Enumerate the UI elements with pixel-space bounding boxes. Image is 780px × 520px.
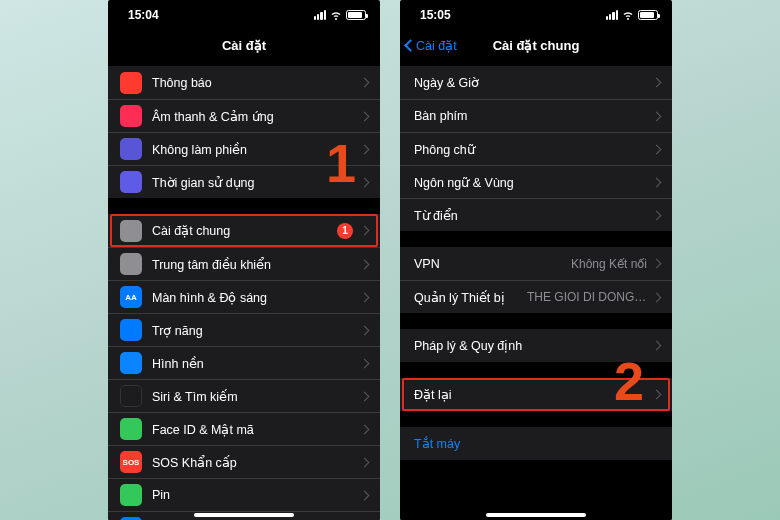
row-label: Siri & Tìm kiếm <box>152 389 361 404</box>
chevron-right-icon <box>652 341 662 351</box>
row-label: Từ điển <box>414 208 653 223</box>
row-label: Không làm phiền <box>152 142 361 157</box>
page-title: Cài đặt chung <box>493 38 580 53</box>
general-settings-list[interactable]: Ngày & GiờBàn phímPhông chữNgôn ngữ & Vù… <box>400 60 672 520</box>
chevron-right-icon <box>360 490 370 500</box>
chevron-right-icon <box>652 259 662 269</box>
notifications-icon <box>120 72 142 94</box>
nav-header: Cài đặt Cài đặt chung <box>400 30 672 60</box>
row-ngon-ngu-vung[interactable]: Ngôn ngữ & Vùng <box>400 165 672 198</box>
row-phap-ly-quy-inh[interactable]: Pháp lý & Quy định <box>400 329 672 362</box>
settings-group: Tắt máy <box>400 427 672 460</box>
row-tat-may[interactable]: Tắt máy <box>400 427 672 460</box>
battery-icon <box>120 484 142 506</box>
row-label: Đặt lại <box>414 387 653 402</box>
row-label: Tắt máy <box>414 436 660 451</box>
row-ban-phim[interactable]: Bàn phím <box>400 99 672 132</box>
row-tro-nang[interactable]: Trợ năng <box>108 313 380 346</box>
row-sos-khan-cap[interactable]: SOSSOS Khẩn cấp <box>108 445 380 478</box>
cell-signal-icon <box>314 10 326 20</box>
chevron-right-icon <box>652 177 662 187</box>
chevron-right-icon <box>360 226 370 236</box>
row-face-id-mat-ma[interactable]: Face ID & Mật mã <box>108 412 380 445</box>
battery-icon <box>638 10 658 20</box>
row-at-lai[interactable]: Đặt lại <box>400 378 672 411</box>
row-phong-chu[interactable]: Phông chữ <box>400 132 672 165</box>
nav-header: Cài đặt <box>108 30 380 60</box>
row-label: Cài đặt chung <box>152 223 337 238</box>
row-khong-lam-phien[interactable]: Không làm phiền <box>108 132 380 165</box>
settings-group: VPNKhông Kết nốiQuản lý Thiết bịTHE GIOI… <box>400 247 672 313</box>
row-label: Hình nền <box>152 356 361 371</box>
chevron-right-icon <box>360 358 370 368</box>
home-indicator[interactable] <box>194 513 294 517</box>
settings-group: Đặt lại <box>400 378 672 411</box>
chevron-right-icon <box>652 78 662 88</box>
row-ngay-gio[interactable]: Ngày & Giờ <box>400 66 672 99</box>
controlcenter-icon <box>120 253 142 275</box>
row-quan-ly-thiet-bi[interactable]: Quản lý Thiết bịTHE GIOI DI DONG JOI... <box>400 280 672 313</box>
siri-icon <box>120 385 142 407</box>
chevron-right-icon <box>360 177 370 187</box>
faceid-icon <box>120 418 142 440</box>
row-label: Trung tâm điều khiển <box>152 257 361 272</box>
chevron-right-icon <box>652 210 662 220</box>
row-value: THE GIOI DI DONG JOI... <box>527 290 647 304</box>
row-label: Thông báo <box>152 76 361 90</box>
back-button[interactable]: Cài đặt <box>406 30 457 60</box>
row-pin[interactable]: Pin <box>108 478 380 511</box>
sos-icon: SOS <box>120 451 142 473</box>
row-siri-tim-kiem[interactable]: Siri & Tìm kiếm <box>108 379 380 412</box>
battery-icon <box>346 10 366 20</box>
chevron-right-icon <box>360 424 370 434</box>
display-icon: AA <box>120 286 142 308</box>
row-label: Âm thanh & Cảm ứng <box>152 109 361 124</box>
row-label: Pin <box>152 488 361 502</box>
row-man-hinh-o-sang[interactable]: AAMàn hình & Độ sáng <box>108 280 380 313</box>
notification-badge: 1 <box>337 223 353 239</box>
accessibility-icon <box>120 319 142 341</box>
row-thoi-gian-su-dung[interactable]: Thời gian sử dụng <box>108 165 380 198</box>
row-vpn[interactable]: VPNKhông Kết nối <box>400 247 672 280</box>
row-label: Ngày & Giờ <box>414 75 653 90</box>
status-indicators <box>606 9 658 21</box>
status-bar: 15:05 <box>400 0 672 30</box>
clock: 15:04 <box>128 8 159 22</box>
home-indicator[interactable] <box>486 513 586 517</box>
row-label: SOS Khẩn cấp <box>152 455 361 470</box>
row-am-thanh-cam-ung[interactable]: Âm thanh & Cảm ứng <box>108 99 380 132</box>
row-label: Pháp lý & Quy định <box>414 338 653 353</box>
wifi-icon <box>622 9 634 21</box>
row-label: Bàn phím <box>414 109 653 123</box>
row-cai-at-chung[interactable]: Cài đặt chung1 <box>108 214 380 247</box>
general-icon <box>120 220 142 242</box>
back-label: Cài đặt <box>416 38 457 53</box>
settings-list[interactable]: Thông báoÂm thanh & Cảm ứngKhông làm phi… <box>108 60 380 520</box>
settings-group: Thông báoÂm thanh & Cảm ứngKhông làm phi… <box>108 66 380 198</box>
row-hinh-nen[interactable]: Hình nền <box>108 346 380 379</box>
chevron-right-icon <box>360 144 370 154</box>
row-trung-tam-ieu-khien[interactable]: Trung tâm điều khiển <box>108 247 380 280</box>
chevron-right-icon <box>360 325 370 335</box>
settings-group: Ngày & GiờBàn phímPhông chữNgôn ngữ & Vù… <box>400 66 672 231</box>
chevron-right-icon <box>360 78 370 88</box>
chevron-right-icon <box>652 111 662 121</box>
settings-group: Cài đặt chung1Trung tâm điều khiểnAAMàn … <box>108 214 380 520</box>
screentime-icon <box>120 171 142 193</box>
row-label: Phông chữ <box>414 142 653 157</box>
chevron-right-icon <box>360 111 370 121</box>
row-value: Không Kết nối <box>571 257 647 271</box>
phone-screen-1: 15:04 Cài đặt Thông báoÂm thanh & Cảm ứn… <box>108 0 380 520</box>
clock: 15:05 <box>420 8 451 22</box>
row-thong-bao[interactable]: Thông báo <box>108 66 380 99</box>
chevron-right-icon <box>652 292 662 302</box>
status-indicators <box>314 9 366 21</box>
wallpaper-icon <box>120 352 142 374</box>
row-tu-ien[interactable]: Từ điển <box>400 198 672 231</box>
settings-group: Pháp lý & Quy định <box>400 329 672 362</box>
chevron-right-icon <box>652 144 662 154</box>
row-label: Face ID & Mật mã <box>152 422 361 437</box>
row-label: Màn hình & Độ sáng <box>152 290 361 305</box>
chevron-right-icon <box>360 457 370 467</box>
chevron-right-icon <box>652 390 662 400</box>
